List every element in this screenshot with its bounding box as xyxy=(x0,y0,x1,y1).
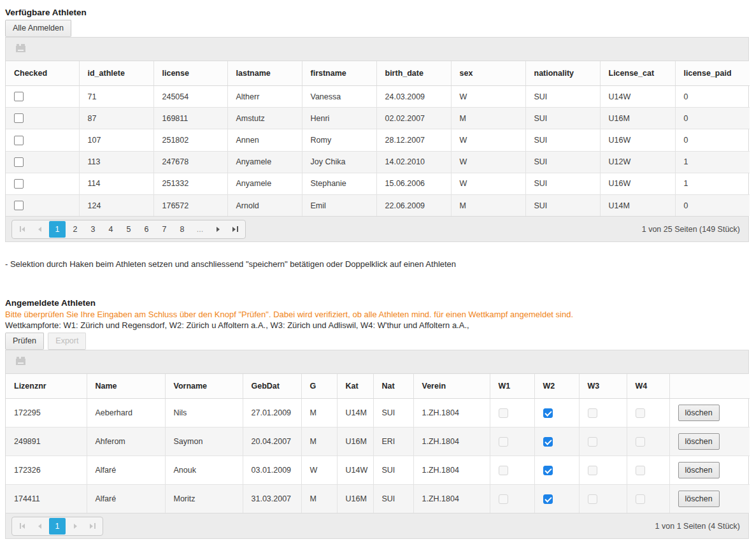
row-select-checkbox[interactable] xyxy=(14,201,24,210)
column-header-lastname[interactable]: lastname xyxy=(227,61,302,86)
row-select-checkbox[interactable] xyxy=(14,136,24,145)
table-row[interactable]: 113247678AnyameleJoy Chika14.02.2010WSUI… xyxy=(6,151,750,173)
column-header-w3[interactable]: W3 xyxy=(579,374,627,399)
delete-button[interactable]: löschen xyxy=(678,462,720,478)
column-header-checked[interactable]: Checked xyxy=(6,61,79,86)
column-header-vorname[interactable]: Vorname xyxy=(165,374,243,399)
table-row[interactable]: 114251332AnyameleStephanie15.06.2006WSUI… xyxy=(6,173,750,194)
pager-page-button-3[interactable]: 3 xyxy=(85,221,101,238)
previous-page-icon[interactable] xyxy=(31,221,48,238)
row-select-checkbox[interactable] xyxy=(14,113,24,123)
row-select-checkbox[interactable] xyxy=(14,179,24,189)
column-header-kat[interactable]: Kat xyxy=(337,374,373,399)
column-header-gebdat[interactable]: GebDat xyxy=(243,374,301,399)
cell-license: 247678 xyxy=(153,151,227,173)
first-page-icon[interactable] xyxy=(13,221,30,238)
w3-checkbox[interactable] xyxy=(588,494,597,504)
column-header-license-cat[interactable]: License_cat xyxy=(600,61,675,86)
w1-checkbox[interactable] xyxy=(499,494,508,504)
check-button[interactable]: Prüfen xyxy=(5,333,44,350)
save-icon[interactable] xyxy=(16,44,25,52)
next-page-icon[interactable] xyxy=(210,221,226,238)
table-row[interactable]: 174411AlfaréMoritz31.03.2007MU16MSUI1.ZH… xyxy=(6,485,750,513)
last-page-icon[interactable] xyxy=(227,221,244,238)
cell-license_cat: U16W xyxy=(600,173,675,194)
column-header-w4[interactable]: W4 xyxy=(627,374,669,399)
pager-page-button-8[interactable]: 8 xyxy=(174,221,190,238)
cell-birth_date: 24.03.2009 xyxy=(376,86,451,108)
registered-athletes-grid: Lizenznr Name Vorname GebDat G Kat Nat V… xyxy=(5,350,749,539)
w2-checkbox[interactable] xyxy=(543,408,553,418)
column-header-w2[interactable]: W2 xyxy=(534,374,579,399)
w2-checkbox[interactable] xyxy=(543,494,553,504)
w2-checkbox[interactable] xyxy=(543,466,553,475)
cell-birth_date: 14.02.2010 xyxy=(376,151,451,173)
w3-checkbox[interactable] xyxy=(588,437,597,447)
cell-w2 xyxy=(534,399,579,427)
table-row[interactable]: 87169811AmstutzHenri02.02.2007MSUIU16M0 xyxy=(6,108,750,129)
cell-gebdat: 27.01.2009 xyxy=(243,399,301,427)
w3-checkbox[interactable] xyxy=(588,408,597,418)
column-header-sex[interactable]: sex xyxy=(451,61,525,86)
column-header-license-paid[interactable]: license_paid xyxy=(675,61,750,86)
pager-page-button-7[interactable]: 7 xyxy=(156,221,173,238)
column-header-id-athlete[interactable]: id_athlete xyxy=(79,61,153,86)
cell-license: 245054 xyxy=(153,86,227,108)
enroll-all-button[interactable]: Alle Anmelden xyxy=(5,20,71,37)
table-row[interactable]: 71245054AltherrVanessa24.03.2009WSUIU14W… xyxy=(6,86,750,108)
cell-w2 xyxy=(534,456,579,485)
pager-more-button[interactable]: ... xyxy=(192,221,208,238)
cell-vorname: Moritz xyxy=(165,485,243,513)
cell-license_cat: U14M xyxy=(600,195,675,217)
column-header-lizenznr[interactable]: Lizenznr xyxy=(6,374,87,399)
cell-name: Ahferom xyxy=(87,427,165,456)
column-header-firstname[interactable]: firstname xyxy=(302,61,376,86)
cell-w1 xyxy=(490,399,534,427)
column-header-license[interactable]: license xyxy=(153,61,227,86)
column-header-birth-date[interactable]: birth_date xyxy=(376,61,451,86)
previous-page-icon[interactable] xyxy=(31,518,48,535)
w1-checkbox[interactable] xyxy=(499,408,508,418)
export-button[interactable]: Export xyxy=(48,333,86,350)
delete-button[interactable]: löschen xyxy=(678,433,720,450)
pager-page-button-2[interactable]: 2 xyxy=(67,221,83,238)
pager-page-button-1[interactable]: 1 xyxy=(49,221,66,238)
cell-license_cat: U12W xyxy=(600,151,675,173)
row-select-checkbox[interactable] xyxy=(14,92,24,101)
row-select-checkbox[interactable] xyxy=(14,157,24,167)
column-header-w1[interactable]: W1 xyxy=(490,374,534,399)
w3-checkbox[interactable] xyxy=(588,466,597,475)
w1-checkbox[interactable] xyxy=(499,466,508,475)
w2-checkbox[interactable] xyxy=(543,437,553,447)
cell-lastname: Anyamele xyxy=(227,151,302,173)
cell-w1 xyxy=(490,456,534,485)
last-page-icon[interactable] xyxy=(85,518,101,535)
column-header-verein[interactable]: Verein xyxy=(413,374,490,399)
delete-button[interactable]: löschen xyxy=(678,405,720,421)
column-header-nat[interactable]: Nat xyxy=(373,374,413,399)
pager-page-button-4[interactable]: 4 xyxy=(103,221,119,238)
w4-checkbox[interactable] xyxy=(636,437,645,447)
pager-page-button-1[interactable]: 1 xyxy=(49,518,66,535)
table-row[interactable]: 172326AlfaréAnouk03.01.2009WU14WSUI1.ZH.… xyxy=(6,456,750,485)
table-row[interactable]: 172295AeberhardNils27.01.2009MU14MSUI1.Z… xyxy=(6,399,750,427)
table-row[interactable]: 107251802AnnenRomy28.12.2007WSUIU16W0 xyxy=(6,129,750,151)
column-header-g[interactable]: G xyxy=(301,374,337,399)
cell-lastname: Amstutz xyxy=(227,108,302,129)
table-row[interactable]: 124176572ArnoldEmil22.06.2009MSUIU14M0 xyxy=(6,195,750,217)
next-page-icon[interactable] xyxy=(67,518,83,535)
w4-checkbox[interactable] xyxy=(636,494,645,504)
table-row[interactable]: 249891AhferomSaymon20.04.2007MU16MERI1.Z… xyxy=(6,427,750,456)
cell-action: löschen xyxy=(669,399,750,427)
pager-page-button-6[interactable]: 6 xyxy=(138,221,155,238)
delete-button[interactable]: löschen xyxy=(678,491,720,507)
w1-checkbox[interactable] xyxy=(499,437,508,447)
pager-page-button-5[interactable]: 5 xyxy=(120,221,137,238)
w4-checkbox[interactable] xyxy=(636,408,645,418)
w4-checkbox[interactable] xyxy=(636,466,645,475)
column-header-nationality[interactable]: nationality xyxy=(525,61,600,86)
save-icon[interactable] xyxy=(16,357,25,365)
column-header-name[interactable]: Name xyxy=(87,374,165,399)
first-page-icon[interactable] xyxy=(13,518,30,535)
cell-nationality: SUI xyxy=(525,151,600,173)
